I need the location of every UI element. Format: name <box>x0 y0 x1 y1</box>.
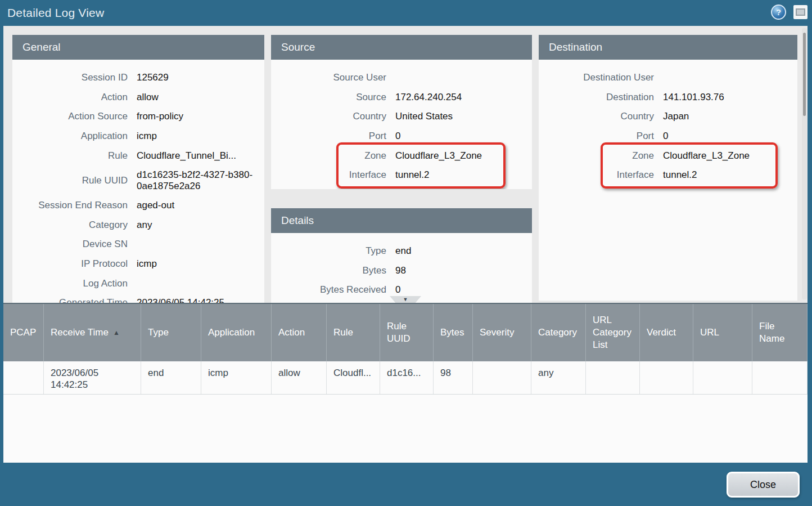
field-row-zone: Zone Cloudflare_L3_Zone <box>539 146 797 165</box>
cell-receive-time: 2023/06/05 14:42:25 <box>44 361 141 394</box>
field-row-zone: Zone Cloudflare_L3_Zone <box>271 146 532 165</box>
field-row-log-action: Log Action <box>12 274 264 293</box>
column-header-verdict[interactable]: Verdict <box>640 304 693 361</box>
field-value: icmp <box>137 258 264 270</box>
column-header-severity[interactable]: Severity <box>473 304 531 361</box>
window-icon-inner <box>796 8 805 16</box>
column-header-action[interactable]: Action <box>272 304 327 361</box>
cell-pcap <box>3 361 44 394</box>
field-row-ip-protocol: IP Protocol icmp <box>12 254 264 274</box>
log-table-row[interactable]: 2023/06/05 14:42:25 end icmp allow Cloud… <box>3 361 808 395</box>
field-label: Port <box>271 131 386 142</box>
destination-panel-body: Destination User Destination 141.101.93.… <box>539 60 797 185</box>
field-value: Cloudflare_Tunnel_Bi... <box>137 150 264 162</box>
field-row-port: Port 0 <box>539 127 797 146</box>
cell-rule-uuid: d1c16... <box>380 361 434 394</box>
column-header-receive-time[interactable]: Receive Time▲ <box>44 304 141 361</box>
general-panel-body: Session ID 125629 Action allow Action So… <box>12 60 264 304</box>
column-label: Application <box>208 326 255 339</box>
field-label: Destination <box>539 92 654 103</box>
vertical-scrollbar[interactable] <box>802 28 807 299</box>
field-label: Rule UUID <box>12 175 128 186</box>
general-panel: General Session ID 125629 Action allow A… <box>12 35 264 304</box>
field-label: Action Source <box>12 111 128 122</box>
column-header-url-category-list[interactable]: URL Category List <box>586 304 640 361</box>
column-label: File Name <box>759 320 800 345</box>
field-row-rule: Rule Cloudflare_Tunnel_Bi... <box>12 146 264 165</box>
title-bar: Detailed Log View ? <box>0 0 812 26</box>
help-icon[interactable]: ? <box>771 5 786 20</box>
field-label: Generated Time <box>12 297 128 304</box>
field-value: 98 <box>395 265 532 276</box>
field-label: IP Protocol <box>12 258 128 270</box>
field-value: 0 <box>663 131 797 142</box>
field-label: Country <box>271 111 386 122</box>
field-row-source-user: Source User <box>271 68 532 88</box>
column-header-pcap[interactable]: PCAP <box>3 304 44 361</box>
window-icon[interactable] <box>793 5 808 19</box>
general-panel-header: General <box>12 35 264 60</box>
field-label: Bytes <box>271 265 386 276</box>
cell-bytes: 98 <box>434 361 473 394</box>
field-value: aged-out <box>137 200 264 211</box>
source-panel: Source Source User Source 172.64.240.254… <box>271 35 532 189</box>
column-header-application[interactable]: Application <box>201 304 272 361</box>
column-header-rule[interactable]: Rule <box>327 304 380 361</box>
column-label: Action <box>278 326 305 339</box>
column-header-category[interactable]: Category <box>531 304 586 361</box>
column-header-url[interactable]: URL <box>693 304 752 361</box>
column-label: URL <box>700 326 719 339</box>
field-row-action: Action allow <box>12 88 264 108</box>
field-label: Country <box>539 111 654 122</box>
field-label: Destination User <box>539 72 654 83</box>
field-label: Session ID <box>12 72 128 83</box>
source-panel-body: Source User Source 172.64.240.254 Countr… <box>271 60 532 185</box>
field-label: Source User <box>271 72 386 83</box>
field-value: allow <box>137 92 264 103</box>
field-label: Category <box>12 220 128 231</box>
cell-category: any <box>531 361 586 394</box>
field-label: Action <box>12 92 128 103</box>
cell-severity <box>473 361 531 394</box>
chevron-down-icon: ▼ <box>403 297 408 302</box>
field-row-interface: Interface tunnel.2 <box>539 165 797 185</box>
field-value: d1c16235-b2f2-4327-b380-0ae1875e2a26 <box>137 169 264 192</box>
column-header-bytes[interactable]: Bytes <box>434 304 473 361</box>
column-label: Bytes <box>440 326 464 339</box>
titlebar-icons: ? <box>771 5 808 20</box>
field-value: 125629 <box>137 72 264 83</box>
field-label: Source <box>271 92 386 103</box>
field-row-source: Source 172.64.240.254 <box>271 88 532 108</box>
field-label: Application <box>12 131 128 142</box>
field-value: tunnel.2 <box>663 169 797 181</box>
field-value: United States <box>395 111 532 122</box>
field-value: any <box>137 220 264 231</box>
field-label: Zone <box>539 150 654 162</box>
cell-url-category-list <box>586 361 640 394</box>
field-row-category: Category any <box>12 216 264 235</box>
cell-url <box>693 361 752 394</box>
details-panel-header: Details <box>271 208 532 233</box>
column-header-file-name[interactable]: File Name <box>752 304 808 361</box>
field-value: Cloudflare_L3_Zone <box>663 150 797 162</box>
field-row-interface: Interface tunnel.2 <box>271 165 532 185</box>
column-label: PCAP <box>10 326 36 339</box>
field-label: Log Action <box>12 278 128 289</box>
column-label: Category <box>538 326 577 339</box>
column-label: Severity <box>480 326 514 339</box>
field-label: Rule <box>12 150 128 162</box>
column-header-rule-uuid[interactable]: Rule UUID <box>380 304 434 361</box>
column-label: URL Category List <box>593 314 633 351</box>
close-button[interactable]: Close <box>727 472 800 498</box>
cell-action: allow <box>272 361 327 394</box>
field-label: Type <box>271 245 386 257</box>
details-panel: Details Type end Bytes 98 Bytes Received… <box>271 208 532 304</box>
field-label: Bytes Received <box>271 284 386 295</box>
scrollbar-thumb[interactable] <box>803 33 806 116</box>
field-value: icmp <box>137 131 264 142</box>
cell-verdict <box>640 361 693 394</box>
field-row-port: Port 0 <box>271 127 532 146</box>
column-header-type[interactable]: Type <box>141 304 201 361</box>
field-label: Session End Reason <box>12 200 128 211</box>
field-row-rule-uuid: Rule UUID d1c16235-b2f2-4327-b380-0ae187… <box>12 165 264 196</box>
